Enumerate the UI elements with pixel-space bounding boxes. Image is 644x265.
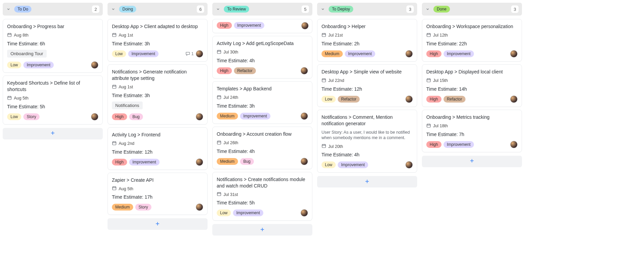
card-date-text: Aug 2nd	[119, 141, 135, 146]
svg-rect-28	[217, 50, 221, 54]
tag-bug: Bug	[129, 113, 143, 120]
tag-high: High	[112, 159, 127, 165]
svg-rect-40	[217, 193, 221, 196]
task-card[interactable]: Desktop App > Client adapted to desktopA…	[108, 19, 208, 62]
task-card[interactable]: Desktop App > Simple view of websiteJul …	[317, 64, 417, 107]
calendar-icon	[217, 192, 221, 197]
card-title: Notifications > Comment, Mention notific…	[321, 114, 413, 127]
column-header[interactable]: Done3	[422, 3, 522, 16]
svg-rect-60	[427, 34, 431, 37]
add-card-button[interactable]	[108, 218, 208, 230]
task-card[interactable]: Notifications > Create notifications mod…	[212, 172, 312, 221]
svg-rect-50	[322, 79, 326, 82]
add-card-button[interactable]	[212, 224, 312, 236]
avatar[interactable]	[301, 22, 309, 29]
card-date: Jul 20th	[321, 143, 413, 149]
tag-improvement: Improvement	[234, 22, 264, 29]
task-card[interactable]: Activity Log > FrontendAug 2ndTime Estim…	[108, 127, 208, 170]
task-card[interactable]: Notifications > Comment, Mention notific…	[317, 110, 417, 173]
chevron-down-icon[interactable]	[425, 7, 430, 12]
task-card[interactable]: Desktop App > Displayed local clientJul …	[422, 64, 522, 107]
card-date-text: Jul 21st	[328, 33, 343, 38]
card-date: Jul 24th	[217, 95, 308, 101]
card-date-text: Jul 18th	[433, 124, 448, 128]
plus-icon	[260, 227, 265, 233]
column-header[interactable]: To Review5	[212, 3, 312, 16]
avatar[interactable]	[405, 95, 413, 103]
avatar[interactable]	[301, 67, 308, 74]
calendar-icon	[217, 49, 221, 55]
card-date: Aug 1st	[112, 32, 203, 38]
svg-rect-46	[322, 34, 326, 37]
card-footer: MediumImprovement	[321, 50, 413, 58]
column-to-review: To Review5HighImprovementActivity Log > …	[212, 3, 312, 236]
card-footer: HighImprovement	[426, 140, 518, 149]
tag-high: High	[426, 141, 442, 148]
card-estimate: Time Estimate: 3h	[112, 93, 203, 98]
avatar[interactable]	[301, 158, 308, 165]
svg-rect-36	[217, 141, 221, 144]
card-footer: MediumImprovement	[217, 112, 308, 120]
card-footer: MediumBug	[217, 157, 308, 165]
tag-refactor: Refactor	[444, 96, 466, 103]
svg-rect-22	[113, 187, 116, 190]
avatar[interactable]	[196, 158, 203, 166]
task-card[interactable]: Zapier > Create APIAug 5thTime Estimate:…	[108, 173, 208, 215]
card-footer: LowImprovement1	[112, 50, 203, 58]
calendar-icon	[321, 32, 326, 38]
svg-rect-68	[427, 124, 431, 127]
tag-refactor: Refactor	[338, 96, 360, 103]
column-header[interactable]: To Deploy3	[317, 3, 417, 16]
column-header[interactable]: Doing6	[108, 3, 208, 16]
task-card[interactable]: Notifications > Generate notification at…	[108, 64, 208, 125]
task-card[interactable]: Activity Log > Add getLogScopeDataJul 30…	[212, 36, 312, 79]
add-card-button[interactable]	[317, 176, 417, 187]
card-date-text: Jul 15th	[433, 78, 448, 83]
avatar[interactable]	[510, 141, 518, 148]
column-header[interactable]: To Do2	[3, 3, 103, 16]
chevron-down-icon[interactable]	[111, 7, 116, 12]
tag-high: High	[217, 67, 232, 74]
add-card-button[interactable]	[422, 156, 522, 167]
avatar[interactable]	[301, 209, 308, 217]
card-estimate: Time Estimate: 3h	[217, 103, 308, 109]
card-footer: HighRefactor	[426, 95, 518, 103]
card-footer: LowImprovement	[321, 161, 413, 169]
task-card[interactable]: Onboarding > Metrics trackingJul 18thTim…	[422, 110, 522, 152]
tag-story: Story	[23, 113, 40, 120]
svg-rect-14	[113, 85, 116, 88]
task-card[interactable]: Onboarding > Account creation flowJul 26…	[212, 127, 312, 169]
task-card[interactable]: Templates > App BackendJul 24thTime Esti…	[212, 81, 312, 124]
card-estimate: Time Estimate: 5h	[217, 200, 308, 205]
avatar[interactable]	[91, 113, 98, 120]
task-card[interactable]: Onboarding > HelperJul 21stTime Estimate…	[317, 19, 417, 62]
avatar[interactable]	[510, 95, 518, 103]
chevron-down-icon[interactable]	[6, 7, 11, 12]
avatar[interactable]	[196, 203, 203, 211]
card-date: Aug 5th	[112, 186, 203, 192]
card-title: Activity Log > Frontend	[112, 132, 203, 138]
card-title: Templates > App Backend	[217, 86, 308, 92]
chevron-down-icon[interactable]	[216, 7, 220, 12]
card-date-text: Jul 24th	[223, 95, 238, 100]
task-card[interactable]: Keyboard Shortcuts > Define list of shor…	[3, 75, 103, 125]
calendar-icon	[426, 78, 431, 84]
comment-count[interactable]: 1	[185, 51, 194, 56]
task-card[interactable]: HighImprovement	[212, 19, 312, 33]
avatar[interactable]	[510, 50, 518, 58]
task-card[interactable]: Onboarding > Progress barAug 8thTime Est…	[3, 19, 103, 73]
calendar-icon	[7, 95, 12, 101]
avatar[interactable]	[91, 61, 98, 69]
avatar[interactable]	[196, 50, 203, 58]
avatar[interactable]	[405, 161, 413, 169]
comment-count-text: 1	[191, 51, 194, 56]
task-card[interactable]: Onboarding > Workspace personalizationJu…	[422, 19, 522, 62]
avatar[interactable]	[405, 50, 413, 58]
avatar[interactable]	[301, 112, 308, 120]
calendar-icon	[426, 32, 431, 38]
chevron-down-icon[interactable]	[320, 7, 325, 12]
calendar-icon	[217, 140, 221, 146]
status-pill: To Review	[224, 6, 249, 13]
add-card-button[interactable]	[3, 128, 103, 139]
avatar[interactable]	[196, 113, 203, 120]
